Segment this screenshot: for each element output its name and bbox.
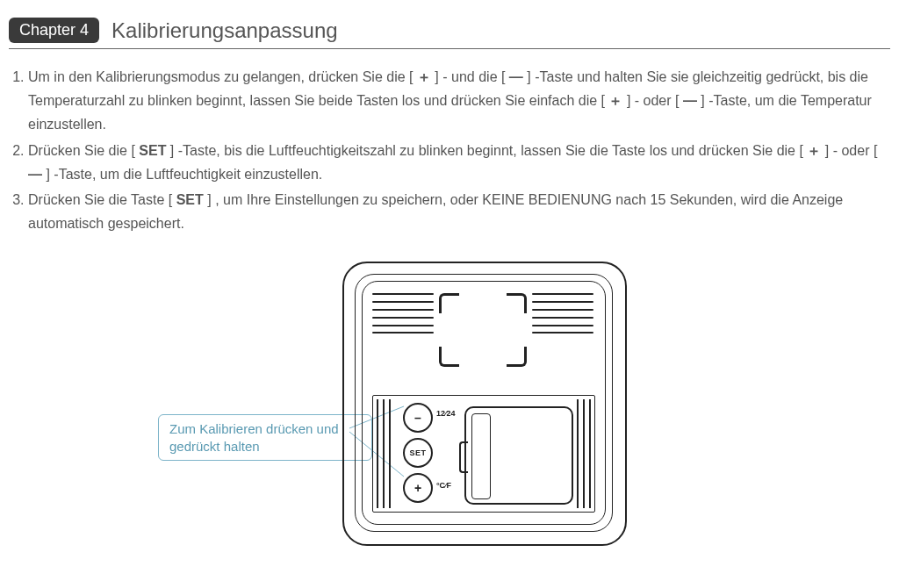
minus-icon: — [683,89,697,112]
instruction-step-2: Drücken Sie die [ SET ] -Taste, bis die … [28,139,890,186]
battery-compartment [464,406,573,505]
label-c-f: °C⁄F [436,482,451,490]
vent-slots-left [372,293,434,333]
minus-icon: — [509,65,523,89]
set-button: SET [403,438,433,468]
instruction-list: Um in den Kalibrierungsmodus zu gelangen… [9,65,890,235]
plus-icon: ＋ [807,139,821,162]
callout-text: Zum Kalibrieren drücken und gedrückt hal… [169,421,339,454]
vent-slots-right [532,293,593,333]
callout-box: Zum Kalibrieren drücken und gedrückt hal… [158,414,372,461]
plus-icon: ＋ [608,89,622,112]
device-back: – SET + 12⁄24 °C⁄F [342,262,623,542]
control-panel: – SET + 12⁄24 °C⁄F [372,395,595,513]
instruction-step-1: Um in den Kalibrierungsmodus zu gelangen… [28,65,890,137]
set-label: SET [139,143,166,158]
minus-button: – [403,403,433,433]
button-column: – SET + [403,403,433,503]
label-12-24: 12⁄24 [436,410,456,418]
plus-icon: ＋ [417,65,431,89]
set-label: SET [176,192,204,207]
device-diagram: Zum Kalibrieren drücken und gedrückt hal… [9,253,890,586]
minus-icon: — [28,162,42,186]
chapter-title: Kalibrierungsanpassung [111,18,338,43]
plus-button: + [403,473,433,503]
chapter-badge: Chapter 4 [9,18,99,43]
mount-bracket [439,293,527,367]
instruction-step-3: Drücken Sie die Taste [ SET ] , um Ihre … [28,188,890,235]
chapter-header: Chapter 4 Kalibrierungsanpassung [9,18,890,49]
